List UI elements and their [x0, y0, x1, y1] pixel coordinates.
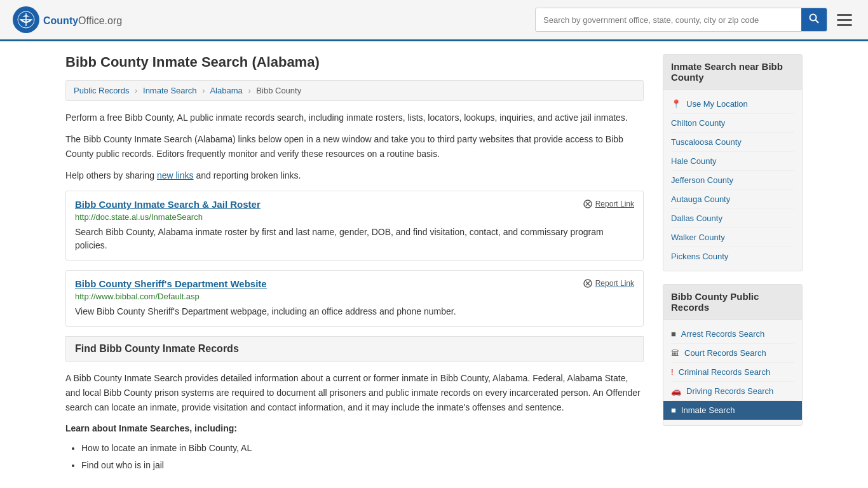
nearby-county-link-5[interactable]: Dallas County: [671, 214, 722, 223]
pub-rec-item-0[interactable]: ■Arrest Records Search: [671, 325, 794, 344]
location-icon: 📍: [671, 99, 681, 109]
breadcrumb-public-records[interactable]: Public Records: [74, 86, 129, 95]
nearby-title: Inmate Search near Bibb County: [663, 55, 802, 90]
breadcrumb-current: Bibb County: [256, 86, 301, 95]
pub-rec-icon-4: ■: [671, 405, 676, 415]
pub-rec-icon-2: !: [671, 367, 674, 377]
use-location-link[interactable]: Use My Location: [686, 99, 748, 109]
intro-para2: The Bibb County Inmate Search (Alabama) …: [65, 132, 644, 161]
intro-para3: Help others by sharing new links and rep…: [65, 168, 644, 182]
public-records-section: Bibb County Public Records ■Arrest Recor…: [663, 284, 803, 426]
logo-icon: [13, 6, 39, 33]
breadcrumb: Public Records › Inmate Search › Alabama…: [65, 80, 644, 101]
nearby-county-link-3[interactable]: Jefferson County: [671, 175, 733, 185]
logo-text: CountyOffice.org: [43, 13, 122, 27]
nearby-county-2[interactable]: Hale County: [671, 152, 794, 171]
pub-rec-item-2[interactable]: !Criminal Records Search: [671, 363, 794, 382]
nearby-section: Inmate Search near Bibb County 📍 Use My …: [663, 54, 803, 271]
nearby-county-link-1[interactable]: Tuscaloosa County: [671, 137, 742, 147]
nearby-county-5[interactable]: Dallas County: [671, 209, 794, 228]
link-card-1: Bibb County Sheriff's Department Website…: [65, 270, 644, 327]
use-my-location[interactable]: 📍 Use My Location: [671, 95, 794, 114]
pub-rec-link-4[interactable]: Inmate Search: [681, 405, 735, 415]
nearby-county-link-7[interactable]: Pickens County: [671, 252, 728, 261]
link-cards-container: Bibb County Inmate Search & Jail Roster …: [65, 191, 644, 327]
nearby-county-7[interactable]: Pickens County: [671, 247, 794, 266]
link-card-title-0[interactable]: Bibb County Inmate Search & Jail Roster …: [75, 199, 634, 210]
header-right: [535, 8, 855, 32]
hamburger-menu[interactable]: [834, 11, 855, 29]
nearby-county-4[interactable]: Autauga County: [671, 190, 794, 209]
sidebar: Inmate Search near Bibb County 📍 Use My …: [663, 54, 803, 480]
search-input[interactable]: [536, 10, 801, 30]
link-card-url-0: http://doc.state.al.us/InmateSearch: [75, 212, 634, 222]
main-container: Bibb County Inmate Search (Alabama) Publ…: [53, 41, 815, 488]
breadcrumb-alabama[interactable]: Alabama: [210, 86, 242, 95]
link-card-0: Bibb County Inmate Search & Jail Roster …: [65, 191, 644, 261]
pub-rec-item-3[interactable]: 🚗Driving Records Search: [671, 382, 794, 401]
find-section-body: A Bibb County Inmate Search provides det…: [65, 371, 644, 473]
link-card-title-1[interactable]: Bibb County Sheriff's Department Website…: [75, 278, 634, 289]
pub-rec-link-0[interactable]: Arrest Records Search: [681, 329, 765, 339]
search-bar[interactable]: [535, 8, 827, 32]
report-link-1[interactable]: Report Link: [583, 279, 634, 288]
find-list-item-0: How to locate an inmate in Bibb County, …: [81, 441, 644, 456]
public-records-title: Bibb County Public Records: [663, 285, 802, 320]
search-button[interactable]: [801, 8, 827, 31]
nearby-body: 📍 Use My Location Chilton CountyTuscaloo…: [663, 90, 802, 271]
nearby-county-1[interactable]: Tuscaloosa County: [671, 133, 794, 152]
logo-area[interactable]: CountyOffice.org: [13, 6, 122, 33]
find-list-item-1: Find out who is in jail: [81, 458, 644, 473]
pub-rec-item-1[interactable]: 🏛Court Records Search: [671, 344, 794, 363]
link-card-anchor-1[interactable]: Bibb County Sheriff's Department Website: [75, 278, 267, 289]
find-list: How to locate an inmate in Bibb County, …: [81, 441, 644, 473]
link-card-desc-0: Search Bibb County, Alabama inmate roste…: [75, 226, 634, 252]
nearby-county-0[interactable]: Chilton County: [671, 114, 794, 133]
link-card-url-1: http://www.bibbal.com/Default.asp: [75, 292, 634, 301]
new-links-link[interactable]: new links: [157, 170, 194, 180]
site-header: CountyOffice.org: [0, 0, 868, 41]
public-records-body: ■Arrest Records Search🏛Court Records Sea…: [663, 320, 802, 425]
pub-rec-icon-3: 🚗: [671, 386, 681, 396]
nearby-county-link-6[interactable]: Walker County: [671, 233, 725, 242]
nearby-counties: Chilton CountyTuscaloosa CountyHale Coun…: [671, 114, 794, 266]
content-area: Bibb County Inmate Search (Alabama) Publ…: [65, 54, 644, 480]
pub-rec-link-2[interactable]: Criminal Records Search: [679, 367, 771, 377]
pub-rec-link-1[interactable]: Court Records Search: [684, 348, 766, 358]
nearby-county-link-2[interactable]: Hale County: [671, 156, 717, 166]
nearby-county-link-4[interactable]: Autauga County: [671, 194, 730, 204]
svg-line-4: [816, 20, 819, 24]
find-section-heading: Find Bibb County Inmate Records: [65, 336, 644, 362]
link-card-desc-1: View Bibb County Sheriff's Department we…: [75, 305, 634, 318]
pub-rec-icon-1: 🏛: [671, 348, 679, 358]
report-link-0[interactable]: Report Link: [583, 200, 634, 208]
link-card-anchor-0[interactable]: Bibb County Inmate Search & Jail Roster: [75, 199, 261, 210]
svg-point-3: [810, 15, 817, 21]
nearby-county-6[interactable]: Walker County: [671, 228, 794, 247]
pub-rec-link-3[interactable]: Driving Records Search: [686, 386, 773, 396]
pub-rec-icon-0: ■: [671, 329, 676, 339]
intro-para1: Perform a free Bibb County, AL public in…: [65, 111, 644, 125]
nearby-county-link-0[interactable]: Chilton County: [671, 118, 725, 128]
page-title: Bibb County Inmate Search (Alabama): [65, 54, 644, 71]
breadcrumb-inmate-search[interactable]: Inmate Search: [143, 86, 197, 95]
nearby-county-3[interactable]: Jefferson County: [671, 171, 794, 190]
pub-rec-item-4[interactable]: ■Inmate Search: [663, 401, 802, 420]
